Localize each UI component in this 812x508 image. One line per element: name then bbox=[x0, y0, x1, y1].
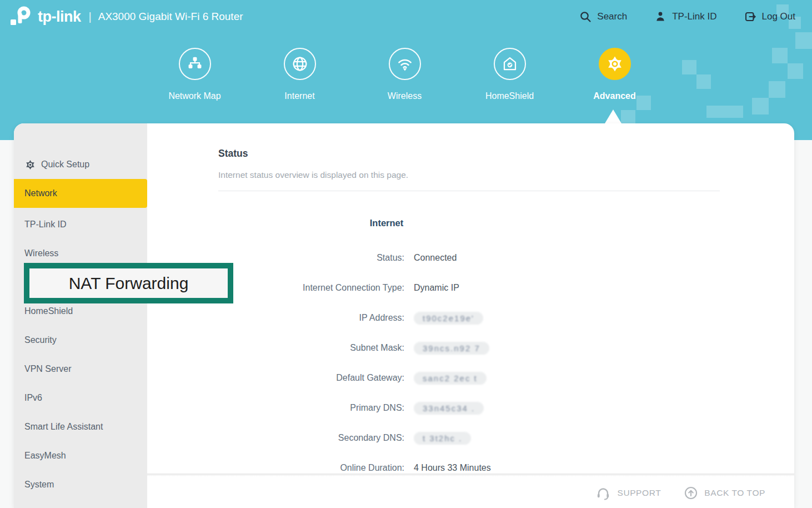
deco-square bbox=[772, 48, 788, 63]
row-label: Subnet Mask: bbox=[218, 343, 404, 353]
nav-label: Wireless bbox=[388, 91, 422, 101]
deco-square bbox=[706, 106, 743, 118]
sidebar-item-smart-life-assistant[interactable]: Smart Life Assistant bbox=[14, 412, 147, 441]
deco-square bbox=[795, 32, 812, 49]
top-bar: tp-link | AX3000 Gigabit Wi-Fi 6 Router … bbox=[0, 0, 812, 33]
nat-forwarding-annotation-callout[interactable]: NAT Forwarding bbox=[24, 263, 233, 303]
sidebar-item-easymesh[interactable]: EasyMesh bbox=[14, 441, 147, 470]
nav-item-advanced[interactable]: Advanced bbox=[573, 48, 656, 101]
page-subtitle: Internet status overview is displayed on… bbox=[218, 170, 408, 180]
nav-item-wireless[interactable]: Wireless bbox=[363, 48, 447, 101]
support-label: SUPPORT bbox=[617, 488, 661, 498]
tplink-id-label: TP-Link ID bbox=[672, 11, 716, 22]
deco-square bbox=[788, 63, 803, 79]
page-title: Status bbox=[218, 148, 248, 160]
person-icon bbox=[654, 10, 667, 23]
row-value-redacted: sanc2 2ec t bbox=[414, 372, 487, 385]
main-nav: Network Map Internet Wireless bbox=[153, 48, 656, 101]
logout-label: Log Out bbox=[762, 11, 796, 22]
tp-link-logo-icon bbox=[8, 6, 33, 28]
connection-type-row: Internet Connection Type: Dynamic IP bbox=[218, 281, 729, 295]
row-label: Secondary DNS: bbox=[218, 433, 404, 443]
sidebar-item-label: TP-Link ID bbox=[24, 220, 67, 230]
footer-actions: SUPPORT BACK TO TOP bbox=[595, 485, 765, 501]
sidebar-item-label: Quick Setup bbox=[41, 160, 89, 170]
nav-item-internet[interactable]: Internet bbox=[258, 48, 342, 101]
home-shield-icon bbox=[494, 48, 526, 80]
sidebar-item-label: IPv6 bbox=[24, 393, 42, 403]
online-duration-row: Online Duration: 4 Hours 33 Minutes bbox=[218, 461, 729, 475]
sidebar-item-vpn-server[interactable]: VPN Server bbox=[14, 355, 147, 384]
deco-square bbox=[752, 98, 769, 114]
topbar-actions: Search TP-Link ID Log Out bbox=[579, 10, 795, 23]
status-row: Status: Connected bbox=[218, 251, 729, 265]
row-value-redacted: 33n45c34 . bbox=[414, 402, 484, 415]
annotation-label: NAT Forwarding bbox=[69, 274, 189, 293]
arrow-up-circle-icon bbox=[683, 485, 699, 501]
footer-divider bbox=[147, 474, 794, 476]
deco-square bbox=[682, 60, 696, 74]
primary-dns-row: Primary DNS: 33n45c34 . bbox=[218, 401, 729, 415]
sidebar-item-label: Security bbox=[24, 335, 57, 345]
nav-label: Advanced bbox=[593, 91, 635, 101]
row-value-redacted: t90c2e19e' bbox=[414, 312, 483, 325]
row-value: Connected bbox=[414, 253, 457, 263]
default-gateway-row: Default Gateway: sanc2 2ec t bbox=[218, 371, 729, 385]
back-to-top-label: BACK TO TOP bbox=[704, 488, 765, 498]
sidebar-item-label: HomeShield bbox=[24, 306, 73, 316]
sidebar-item-label: VPN Server bbox=[24, 364, 71, 374]
secondary-dns-row: Secondary DNS: t 3t2hc . bbox=[218, 431, 729, 445]
headset-icon bbox=[595, 485, 611, 501]
gear-icon bbox=[24, 159, 36, 171]
support-button[interactable]: SUPPORT bbox=[595, 485, 661, 501]
row-label: IP Address: bbox=[218, 313, 404, 323]
globe-icon bbox=[284, 48, 316, 80]
sidebar-item-security[interactable]: Security bbox=[14, 326, 147, 355]
sidebar-item-label: Wireless bbox=[24, 248, 58, 258]
row-label: Default Gateway: bbox=[218, 373, 404, 383]
divider bbox=[218, 191, 720, 191]
active-tab-pointer bbox=[605, 109, 621, 123]
sidebar-item-label: EasyMesh bbox=[24, 451, 66, 461]
deco-square bbox=[621, 110, 635, 124]
subnet-mask-row: Subnet Mask: 39ncs.n92 7 bbox=[218, 341, 729, 355]
gear-icon bbox=[599, 48, 631, 80]
sidebar-item-quick-setup[interactable]: Quick Setup bbox=[14, 150, 147, 179]
sidebar-item-label: Network bbox=[24, 188, 57, 198]
row-value: Dynamic IP bbox=[414, 283, 459, 293]
brand-separator: | bbox=[89, 11, 92, 23]
row-value: 4 Hours 33 Minutes bbox=[414, 463, 491, 473]
nav-item-network-map[interactable]: Network Map bbox=[153, 48, 237, 101]
sidebar-item-label: System bbox=[24, 480, 54, 490]
sidebar: Quick Setup Network TP-Link ID Wireless … bbox=[14, 123, 147, 508]
sidebar-item-network[interactable]: Network bbox=[14, 179, 147, 208]
deco-square bbox=[769, 81, 785, 98]
brand-name: tp-link bbox=[38, 8, 81, 26]
row-value-redacted: 39ncs.n92 7 bbox=[414, 342, 489, 355]
wifi-icon bbox=[389, 48, 421, 80]
nav-label: Internet bbox=[284, 91, 314, 101]
nav-item-homeshield[interactable]: HomeShield bbox=[468, 48, 552, 101]
back-to-top-button[interactable]: BACK TO TOP bbox=[683, 485, 765, 501]
logout-icon bbox=[744, 10, 757, 23]
nav-label: HomeShield bbox=[485, 91, 534, 101]
logout-button[interactable]: Log Out bbox=[744, 10, 796, 23]
search-icon bbox=[579, 10, 592, 23]
row-label: Primary DNS: bbox=[218, 403, 404, 413]
router-model-title: AX3000 Gigabit Wi-Fi 6 Router bbox=[98, 11, 243, 23]
search-button[interactable]: Search bbox=[579, 10, 627, 23]
search-label: Search bbox=[597, 11, 627, 22]
sidebar-item-label: Smart Life Assistant bbox=[24, 422, 103, 432]
main-panel: Quick Setup Network TP-Link ID Wireless … bbox=[14, 123, 794, 508]
sidebar-item-ipv6[interactable]: IPv6 bbox=[14, 384, 147, 412]
row-label: Online Duration: bbox=[218, 463, 404, 473]
row-label: Status: bbox=[218, 253, 404, 263]
brand: tp-link bbox=[8, 6, 81, 28]
sidebar-item-system[interactable]: System bbox=[14, 470, 147, 499]
row-label: Internet Connection Type: bbox=[218, 283, 404, 293]
tplink-id-button[interactable]: TP-Link ID bbox=[654, 10, 716, 23]
network-map-icon bbox=[179, 48, 211, 80]
internet-section-title: Internet bbox=[348, 218, 425, 228]
row-value-redacted: t 3t2hc . bbox=[414, 432, 471, 445]
sidebar-item-tplink-id[interactable]: TP-Link ID bbox=[14, 210, 147, 239]
